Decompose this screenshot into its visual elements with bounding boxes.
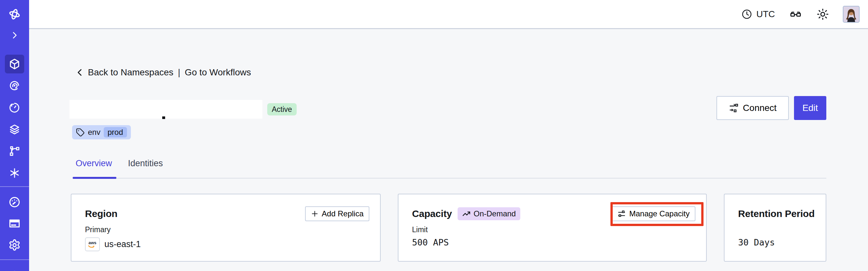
namespace-name-redacted (69, 100, 262, 119)
gauge-icon (8, 195, 21, 209)
sidebar-expand-button[interactable] (5, 26, 24, 44)
sidebar-item-schedules[interactable] (5, 98, 24, 117)
active-tab-underline (73, 177, 116, 179)
on-demand-label: On-Demand (473, 209, 516, 218)
timezone-label: UTC (756, 9, 775, 20)
add-replica-button[interactable]: Add Replica (305, 206, 369, 221)
gear-icon (8, 239, 21, 251)
retention-card: Retention Period 30 Days (724, 194, 826, 262)
on-demand-badge: On-Demand (458, 207, 520, 220)
top-bar: UTC (29, 0, 868, 29)
temporal-logo[interactable] (5, 5, 24, 24)
clock-arrow-icon (8, 101, 21, 114)
status-badge: Active (267, 103, 297, 116)
retention-card-title: Retention Period (738, 208, 815, 219)
sidebar-item-deployments[interactable] (5, 142, 24, 160)
capacity-card: Capacity On-Demand Manage Capacity (398, 194, 707, 262)
plus-icon (311, 210, 319, 218)
sidebar-divider (0, 186, 29, 187)
region-value: us-east-1 (104, 239, 141, 249)
svg-text:aws: aws (89, 240, 97, 245)
layers-icon (8, 123, 21, 136)
main-content: Back to Namespaces | Go to Workflows Act… (29, 29, 868, 271)
manage-capacity-button[interactable]: Manage Capacity (612, 206, 695, 221)
spiral-eye-icon (8, 80, 21, 92)
connect-button[interactable]: Connect (716, 96, 789, 120)
chevron-right-icon (9, 30, 20, 41)
trending-up-icon (462, 210, 471, 218)
avatar-photo (843, 6, 859, 22)
namespace-name-remnant (162, 116, 165, 119)
region-card-title: Region (85, 208, 117, 219)
sidebar-item-namespaces[interactable] (5, 55, 24, 73)
capacity-value: 500 APS (412, 237, 449, 247)
edit-button[interactable]: Edit (794, 96, 826, 120)
partial-circle-icon (8, 269, 21, 271)
temporal-cloud-namespace-page: UTC (0, 0, 868, 271)
limit-label: Limit (412, 225, 428, 234)
sidebar-item-billing[interactable] (5, 214, 24, 233)
breadcrumb: Back to Namespaces | Go to Workflows (75, 67, 251, 78)
tab-overview[interactable]: Overview (75, 158, 112, 169)
sidebar-item-settings[interactable] (5, 236, 24, 254)
timezone-selector[interactable]: UTC (741, 9, 775, 20)
connect-button-label: Connect (743, 103, 777, 113)
branch-pipeline-icon (8, 145, 21, 157)
tab-identities[interactable]: Identities (128, 158, 163, 169)
go-to-workflows-link[interactable]: Go to Workflows (185, 67, 251, 78)
manage-capacity-label: Manage Capacity (629, 209, 690, 218)
sidebar-item-layers[interactable] (5, 120, 24, 139)
sidebar-item-batch[interactable] (5, 163, 24, 182)
glasses-icon (788, 8, 803, 21)
theme-toggle-button[interactable] (816, 8, 829, 21)
sliders-icon (617, 210, 626, 218)
edit-button-label: Edit (802, 103, 818, 113)
sidebar-item-nexus[interactable] (5, 76, 24, 95)
sun-icon (816, 8, 829, 21)
asterisk-icon (8, 167, 21, 179)
aws-provider-icon: aws (85, 237, 100, 251)
tag-value: prod (104, 127, 127, 138)
tabs-divider-line (73, 178, 826, 179)
primary-label: Primary (85, 225, 111, 234)
namespace-tag-chip: env prod (72, 125, 131, 140)
labs-toggle-button[interactable] (788, 8, 803, 21)
sidebar-nav (0, 0, 29, 271)
region-card: Region Add Replica Primary aws us-east-1 (71, 194, 381, 262)
retention-value: 30 Days (738, 237, 775, 247)
chevron-left-icon (75, 68, 85, 77)
temporal-logo-icon (7, 7, 22, 21)
back-to-namespaces-link[interactable]: Back to Namespaces (88, 67, 174, 78)
clock-icon (741, 9, 752, 20)
sidebar-item-support[interactable] (5, 266, 24, 271)
credit-card-icon (8, 217, 21, 230)
tag-icon (76, 128, 85, 137)
cube-icon (8, 58, 21, 70)
avatar[interactable] (843, 6, 860, 23)
capacity-card-title: Capacity (412, 208, 452, 219)
add-replica-label: Add Replica (322, 209, 364, 218)
sidebar-divider (0, 259, 29, 260)
connect-flow-icon (729, 103, 739, 113)
sidebar-item-usage[interactable] (5, 193, 24, 211)
tag-key: env (88, 128, 100, 137)
breadcrumb-separator: | (177, 67, 182, 78)
